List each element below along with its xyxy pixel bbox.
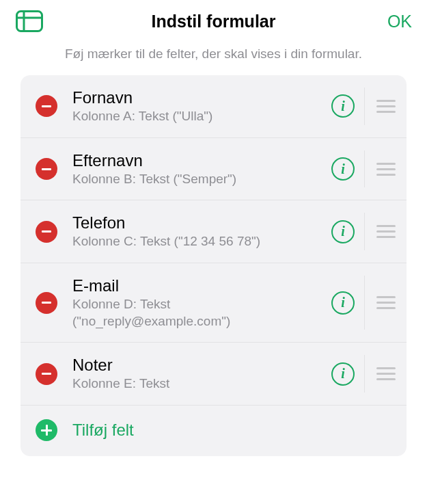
- ok-button[interactable]: OK: [383, 12, 412, 31]
- field-text: Efternavn Kolonne B: Tekst ("Semper"): [57, 150, 331, 188]
- drag-handle[interactable]: [364, 355, 407, 393]
- field-subtitle: Kolonne B: Tekst ("Semper"): [72, 171, 325, 188]
- drag-lines-icon: [376, 296, 396, 309]
- header: Indstil formular OK: [0, 0, 427, 40]
- field-row: E-mail Kolonne D: Tekst ("no_reply@examp…: [20, 263, 407, 343]
- info-icon[interactable]: i: [331, 94, 355, 118]
- remove-icon[interactable]: [36, 95, 57, 117]
- field-row: Telefon Kolonne C: Tekst ("12 34 56 78")…: [20, 200, 407, 263]
- field-list: Fornavn Kolonne A: Tekst ("Ulla") i Efte…: [20, 75, 407, 456]
- field-text: Telefon Kolonne C: Tekst ("12 34 56 78"): [57, 213, 331, 250]
- field-title: E-mail: [72, 276, 325, 296]
- page-title: Indstil formular: [44, 12, 383, 31]
- remove-icon[interactable]: [36, 221, 57, 243]
- drag-handle[interactable]: [364, 276, 407, 330]
- field-row: Fornavn Kolonne A: Tekst ("Ulla") i: [20, 75, 407, 138]
- subtitle: Føj mærker til de felter, der skal vises…: [0, 40, 427, 75]
- field-subtitle: Kolonne A: Tekst ("Ulla"): [72, 108, 325, 125]
- field-title: Efternavn: [72, 150, 325, 171]
- field-subtitle: Kolonne C: Tekst ("12 34 56 78"): [72, 233, 325, 250]
- drag-handle[interactable]: [364, 88, 407, 125]
- add-field-row[interactable]: Tilføj felt: [20, 406, 407, 456]
- field-row: Noter Kolonne E: Tekst i: [20, 343, 407, 406]
- info-icon[interactable]: i: [331, 157, 355, 181]
- field-title: Fornavn: [72, 88, 325, 108]
- field-row: Efternavn Kolonne B: Tekst ("Semper") i: [20, 138, 407, 201]
- drag-lines-icon: [376, 225, 396, 238]
- table-icon[interactable]: [15, 10, 44, 33]
- info-icon[interactable]: i: [331, 220, 355, 243]
- add-field-label: Tilføj felt: [57, 421, 134, 440]
- field-title: Telefon: [72, 213, 325, 233]
- field-title: Noter: [72, 355, 325, 375]
- drag-lines-icon: [376, 163, 396, 176]
- field-subtitle: Kolonne D: Tekst ("no_reply@example.com"…: [72, 296, 325, 330]
- drag-lines-icon: [376, 100, 396, 113]
- info-icon[interactable]: i: [331, 291, 355, 315]
- svg-rect-0: [17, 12, 42, 31]
- remove-icon[interactable]: [36, 292, 57, 314]
- field-text: Noter Kolonne E: Tekst: [57, 355, 331, 393]
- drag-handle[interactable]: [364, 213, 407, 250]
- plus-icon: [36, 419, 57, 441]
- field-subtitle: Kolonne E: Tekst: [72, 375, 325, 393]
- remove-icon[interactable]: [36, 158, 57, 180]
- field-text: E-mail Kolonne D: Tekst ("no_reply@examp…: [57, 276, 331, 330]
- drag-lines-icon: [376, 367, 396, 380]
- info-icon[interactable]: i: [331, 362, 355, 386]
- remove-icon[interactable]: [36, 363, 57, 385]
- field-text: Fornavn Kolonne A: Tekst ("Ulla"): [57, 88, 331, 125]
- drag-handle[interactable]: [364, 150, 407, 188]
